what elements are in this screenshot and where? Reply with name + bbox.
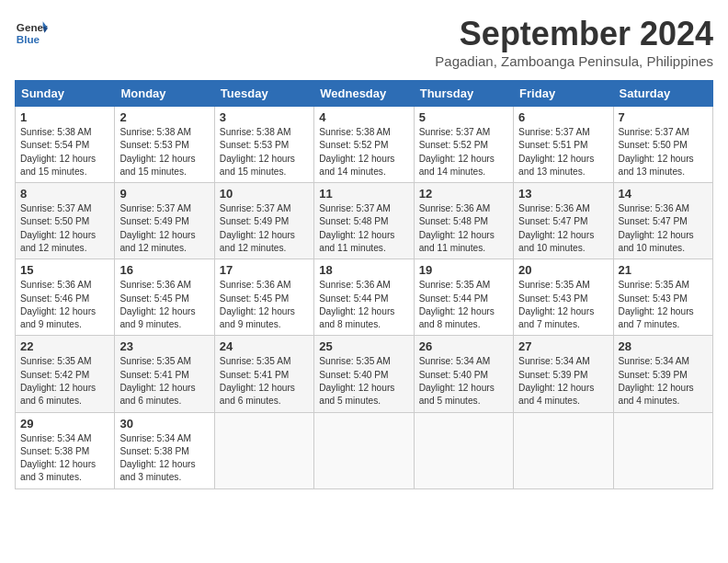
table-row: 16 Sunrise: 5:36 AM Sunset: 5:45 PM Dayl… [115, 259, 214, 336]
sunrise-text: Sunrise: 5:35 AM [419, 280, 491, 290]
table-row: 8 Sunrise: 5:37 AM Sunset: 5:50 PM Dayli… [16, 183, 115, 259]
day-info: Sunrise: 5:34 AM Sunset: 5:39 PM Dayligh… [619, 355, 708, 408]
day-number: 9 [119, 187, 209, 201]
day-info: Sunrise: 5:37 AM Sunset: 5:48 PM Dayligh… [319, 202, 408, 255]
table-row: 26 Sunrise: 5:34 AM Sunset: 5:40 PM Dayl… [414, 336, 513, 412]
sunrise-text: Sunrise: 5:38 AM [319, 127, 391, 137]
sunrise-text: Sunrise: 5:36 AM [20, 280, 92, 290]
sunset-text: Sunset: 5:40 PM [419, 370, 488, 380]
header-monday: Monday [115, 81, 214, 107]
day-info: Sunrise: 5:34 AM Sunset: 5:39 PM Dayligh… [518, 355, 608, 408]
sunrise-text: Sunrise: 5:34 AM [119, 433, 191, 443]
day-info: Sunrise: 5:37 AM Sunset: 5:51 PM Dayligh… [518, 126, 608, 178]
daylight-text: Daylight: 12 hours and 11 minutes. [319, 230, 394, 253]
day-number: 23 [119, 339, 209, 353]
daylight-text: Daylight: 12 hours and 8 minutes. [419, 306, 495, 329]
day-number: 22 [20, 339, 109, 353]
table-row: 10 Sunrise: 5:37 AM Sunset: 5:49 PM Dayl… [214, 183, 313, 259]
sunrise-text: Sunrise: 5:35 AM [119, 356, 191, 366]
table-row: 5 Sunrise: 5:37 AM Sunset: 5:52 PM Dayli… [414, 107, 513, 183]
sunset-text: Sunset: 5:46 PM [20, 293, 89, 304]
sunset-text: Sunset: 5:42 PM [20, 370, 89, 380]
sunset-text: Sunset: 5:39 PM [619, 370, 688, 380]
sunset-text: Sunset: 5:38 PM [20, 446, 89, 456]
sunrise-text: Sunrise: 5:38 AM [20, 127, 92, 137]
table-row: 11 Sunrise: 5:37 AM Sunset: 5:48 PM Dayl… [314, 183, 414, 259]
sunrise-text: Sunrise: 5:37 AM [419, 127, 491, 137]
table-row: 4 Sunrise: 5:38 AM Sunset: 5:52 PM Dayli… [314, 107, 414, 183]
header-thursday: Thursday [414, 81, 513, 107]
sunset-text: Sunset: 5:45 PM [220, 293, 289, 304]
table-row: 23 Sunrise: 5:35 AM Sunset: 5:41 PM Dayl… [115, 336, 214, 412]
day-number: 26 [419, 339, 508, 353]
day-number: 21 [619, 263, 708, 277]
title-section: September 2024 Pagadian, Zamboanga Penin… [435, 15, 713, 69]
day-info: Sunrise: 5:35 AM Sunset: 5:42 PM Dayligh… [20, 355, 109, 408]
daylight-text: Daylight: 12 hours and 5 minutes. [319, 383, 394, 406]
table-row: 18 Sunrise: 5:36 AM Sunset: 5:44 PM Dayl… [314, 259, 414, 336]
sunrise-text: Sunrise: 5:36 AM [619, 203, 690, 213]
day-info: Sunrise: 5:36 AM Sunset: 5:47 PM Dayligh… [518, 202, 608, 255]
day-number: 6 [518, 110, 608, 124]
sunset-text: Sunset: 5:47 PM [518, 216, 587, 226]
day-info: Sunrise: 5:35 AM Sunset: 5:43 PM Dayligh… [619, 279, 708, 331]
sunrise-text: Sunrise: 5:35 AM [518, 280, 590, 290]
sunrise-text: Sunrise: 5:34 AM [619, 356, 690, 366]
day-info: Sunrise: 5:36 AM Sunset: 5:44 PM Dayligh… [319, 279, 408, 331]
day-info: Sunrise: 5:36 AM Sunset: 5:47 PM Dayligh… [619, 202, 708, 255]
sunset-text: Sunset: 5:41 PM [119, 370, 188, 380]
svg-text:Blue: Blue [17, 33, 40, 45]
daylight-text: Daylight: 12 hours and 4 minutes. [518, 383, 594, 406]
day-number: 18 [319, 263, 408, 277]
daylight-text: Daylight: 12 hours and 12 minutes. [220, 230, 295, 253]
sunset-text: Sunset: 5:54 PM [20, 140, 89, 150]
daylight-text: Daylight: 12 hours and 15 minutes. [220, 154, 295, 177]
table-row: 22 Sunrise: 5:35 AM Sunset: 5:42 PM Dayl… [16, 336, 115, 412]
header-friday: Friday [514, 81, 613, 107]
sunrise-text: Sunrise: 5:36 AM [119, 280, 191, 290]
sunset-text: Sunset: 5:40 PM [319, 370, 388, 380]
sunset-text: Sunset: 5:50 PM [20, 216, 89, 226]
sunset-text: Sunset: 5:53 PM [220, 140, 289, 150]
sunrise-text: Sunrise: 5:35 AM [220, 356, 291, 366]
table-row: 15 Sunrise: 5:36 AM Sunset: 5:46 PM Dayl… [16, 259, 115, 336]
day-number: 16 [119, 263, 209, 277]
daylight-text: Daylight: 12 hours and 13 minutes. [619, 154, 694, 177]
daylight-text: Daylight: 12 hours and 6 minutes. [20, 383, 96, 406]
sunrise-text: Sunrise: 5:37 AM [220, 203, 291, 213]
table-row [514, 412, 613, 488]
daylight-text: Daylight: 12 hours and 6 minutes. [220, 383, 295, 406]
daylight-text: Daylight: 12 hours and 9 minutes. [220, 306, 295, 329]
table-row: 19 Sunrise: 5:35 AM Sunset: 5:44 PM Dayl… [414, 259, 513, 336]
sunset-text: Sunset: 5:41 PM [220, 370, 289, 380]
sunset-text: Sunset: 5:53 PM [119, 140, 188, 150]
table-row: 30 Sunrise: 5:34 AM Sunset: 5:38 PM Dayl… [115, 412, 214, 488]
daylight-text: Daylight: 12 hours and 12 minutes. [119, 230, 195, 253]
table-row [214, 412, 313, 488]
sunset-text: Sunset: 5:47 PM [619, 216, 688, 226]
day-number: 24 [220, 339, 309, 353]
table-row: 24 Sunrise: 5:35 AM Sunset: 5:41 PM Dayl… [214, 336, 313, 412]
day-number: 5 [419, 110, 508, 124]
day-info: Sunrise: 5:37 AM Sunset: 5:50 PM Dayligh… [20, 202, 109, 255]
sunset-text: Sunset: 5:49 PM [220, 216, 289, 226]
logo-icon: General Blue [15, 15, 48, 48]
sunrise-text: Sunrise: 5:37 AM [518, 127, 590, 137]
sunrise-text: Sunrise: 5:37 AM [319, 203, 391, 213]
day-number: 4 [319, 110, 408, 124]
table-row: 14 Sunrise: 5:36 AM Sunset: 5:47 PM Dayl… [613, 183, 712, 259]
sunset-text: Sunset: 5:49 PM [119, 216, 188, 226]
table-row: 28 Sunrise: 5:34 AM Sunset: 5:39 PM Dayl… [613, 336, 712, 412]
header-saturday: Saturday [613, 81, 712, 107]
table-row: 3 Sunrise: 5:38 AM Sunset: 5:53 PM Dayli… [214, 107, 313, 183]
daylight-text: Daylight: 12 hours and 4 minutes. [619, 383, 694, 406]
day-info: Sunrise: 5:36 AM Sunset: 5:48 PM Dayligh… [419, 202, 508, 255]
table-row [314, 412, 414, 488]
daylight-text: Daylight: 12 hours and 10 minutes. [619, 230, 694, 253]
day-info: Sunrise: 5:36 AM Sunset: 5:45 PM Dayligh… [119, 279, 209, 331]
sunset-text: Sunset: 5:50 PM [619, 140, 688, 150]
sunrise-text: Sunrise: 5:37 AM [119, 203, 191, 213]
day-number: 1 [20, 110, 109, 124]
day-number: 30 [119, 417, 209, 431]
daylight-text: Daylight: 12 hours and 12 minutes. [20, 230, 96, 253]
